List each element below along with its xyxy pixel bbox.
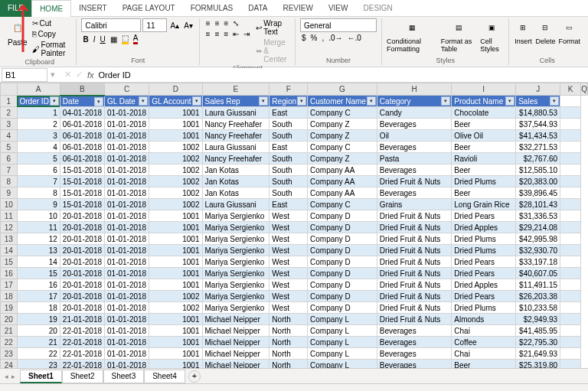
table-cell[interactable]: Nancy Freehafer — [202, 153, 270, 165]
table-cell[interactable]: Jan Kotas — [202, 187, 270, 199]
table-cell[interactable]: 18 — [17, 302, 60, 314]
table-cell[interactable]: $12,585.10 — [516, 165, 560, 176]
table-cell[interactable]: South — [270, 165, 308, 176]
table-cell[interactable]: 3 — [17, 130, 60, 142]
underline-button[interactable]: U — [98, 34, 106, 44]
col-header-F[interactable]: F — [270, 83, 308, 96]
table-cell[interactable]: $37,544.93 — [516, 119, 560, 130]
table-cell[interactable]: Dried Fruit & Nuts — [377, 245, 451, 256]
table-cell[interactable]: Dried Plums — [452, 176, 516, 187]
table-cell[interactable]: 1001 — [149, 279, 202, 291]
table-cell[interactable]: Company D — [308, 233, 377, 245]
table-cell[interactable]: 06-01-2018 — [60, 130, 104, 142]
row-header-12[interactable]: 12 — [1, 222, 18, 233]
font-size-select[interactable] — [142, 18, 167, 32]
table-cell[interactable]: Dried Pears — [452, 291, 516, 302]
table-cell[interactable]: 16 — [17, 279, 60, 291]
row-header-8[interactable]: 8 — [1, 176, 18, 187]
table-cell[interactable]: East — [270, 107, 308, 119]
table-cell[interactable]: 15-01-2018 — [60, 165, 104, 176]
row-header-2[interactable]: 2 — [1, 107, 18, 119]
table-cell[interactable]: Dried Apples — [452, 279, 516, 291]
table-cell[interactable]: 1002 — [149, 153, 202, 165]
sheet-nav-last[interactable]: ▸ — [11, 373, 15, 380]
filter-dropdown[interactable] — [50, 96, 59, 106]
table-cell[interactable]: 20-01-2018 — [60, 256, 104, 268]
table-cell[interactable]: Company L — [308, 337, 377, 348]
tab-page-layout[interactable]: PAGE LAYOUT — [115, 0, 183, 17]
bold-button[interactable]: B — [81, 34, 90, 44]
table-cell[interactable]: 1002 — [149, 187, 202, 199]
table-cell[interactable]: Laura Giussani — [202, 142, 270, 153]
table-cell[interactable]: Almonds — [452, 314, 516, 325]
font-color-button[interactable]: A — [132, 33, 140, 45]
table-cell[interactable]: Mariya Sergienko — [202, 222, 270, 233]
table-cell[interactable]: 19 — [17, 314, 60, 325]
row-header-5[interactable]: 5 — [1, 142, 18, 153]
table-cell[interactable]: Chai — [452, 348, 516, 360]
font-name-select[interactable] — [81, 18, 141, 32]
align-right-button[interactable]: ≡ — [223, 29, 230, 39]
table-cell[interactable]: 20-01-2018 — [60, 291, 104, 302]
table-cell[interactable]: $2,767.60 — [516, 153, 560, 165]
col-header-G[interactable]: G — [308, 83, 377, 96]
table-cell[interactable]: Michael Neipper — [202, 348, 270, 360]
table-cell[interactable]: Dried Fruit & Nuts — [377, 279, 451, 291]
table-cell[interactable]: $39,896.45 — [516, 187, 560, 199]
table-cell[interactable]: 01-01-2018 — [105, 107, 149, 119]
table-cell[interactable]: Dried Fruit & Nuts — [377, 268, 451, 279]
table-cell[interactable]: Company AA — [308, 165, 377, 176]
table-cell[interactable]: West — [270, 291, 308, 302]
table-header[interactable]: Category — [377, 96, 451, 107]
table-cell[interactable]: 4 — [17, 142, 60, 153]
fx-icon[interactable]: fx — [87, 70, 94, 80]
table-cell[interactable]: Company AA — [308, 187, 377, 199]
table-cell[interactable]: West — [270, 245, 308, 256]
table-cell[interactable]: 1001 — [149, 119, 202, 130]
table-cell[interactable]: $14,880.53 — [516, 107, 560, 119]
table-cell[interactable]: 15-01-2018 — [60, 176, 104, 187]
table-cell[interactable]: 20-01-2018 — [60, 210, 104, 222]
table-cell[interactable]: 1002 — [149, 176, 202, 187]
table-cell[interactable]: 11 — [17, 222, 60, 233]
table-cell[interactable]: South — [270, 119, 308, 130]
table-header[interactable]: Product Name — [452, 96, 516, 107]
orientation-button[interactable]: ⤡ — [231, 18, 240, 28]
table-cell[interactable]: North — [270, 314, 308, 325]
table-cell[interactable]: East — [270, 142, 308, 153]
table-cell[interactable]: 01-01-2018 — [105, 325, 149, 337]
accounting-button[interactable]: $ — [300, 33, 308, 43]
align-middle-button[interactable]: ≡ — [214, 18, 221, 28]
table-cell[interactable]: 01-01-2018 — [105, 291, 149, 302]
table-cell[interactable]: West — [270, 233, 308, 245]
table-cell[interactable]: 01-01-2018 — [105, 165, 149, 176]
table-cell[interactable]: North — [270, 337, 308, 348]
table-header[interactable]: Sales Rep — [202, 96, 270, 107]
table-cell[interactable]: Dried Fruit & Nuts — [377, 210, 451, 222]
table-cell[interactable]: 01-01-2018 — [105, 314, 149, 325]
table-cell[interactable]: $22,795.30 — [516, 337, 560, 348]
row-header-1[interactable]: 1 — [1, 96, 18, 107]
table-cell[interactable]: 7 — [17, 176, 60, 187]
sheet-tab-sheet4[interactable]: Sheet4 — [144, 370, 185, 383]
table-cell[interactable]: South — [270, 176, 308, 187]
tab-design[interactable]: DESIGN — [355, 0, 400, 17]
row-header-11[interactable]: 11 — [1, 210, 18, 222]
table-cell[interactable]: West — [270, 222, 308, 233]
table-cell[interactable]: $2,949.93 — [516, 314, 560, 325]
table-cell[interactable]: 1001 — [149, 233, 202, 245]
table-cell[interactable]: $28,101.43 — [516, 199, 560, 210]
table-cell[interactable]: 01-01-2018 — [105, 130, 149, 142]
table-cell[interactable]: 01-01-2018 — [105, 256, 149, 268]
table-cell[interactable]: 13 — [17, 245, 60, 256]
table-cell[interactable]: West — [270, 256, 308, 268]
col-header-K[interactable]: K — [560, 83, 581, 96]
row-header-15[interactable]: 15 — [1, 256, 18, 268]
col-header-I[interactable]: I — [452, 83, 516, 96]
col-header-Q[interactable]: Q — [581, 83, 588, 96]
table-cell[interactable]: 22-01-2018 — [60, 348, 104, 360]
increase-indent-button[interactable]: ⇥ — [242, 29, 251, 39]
sheet-tab-sheet3[interactable]: Sheet3 — [103, 370, 145, 383]
table-cell[interactable]: 1002 — [149, 165, 202, 176]
table-cell[interactable]: Dried Fruit & Nuts — [377, 302, 451, 314]
